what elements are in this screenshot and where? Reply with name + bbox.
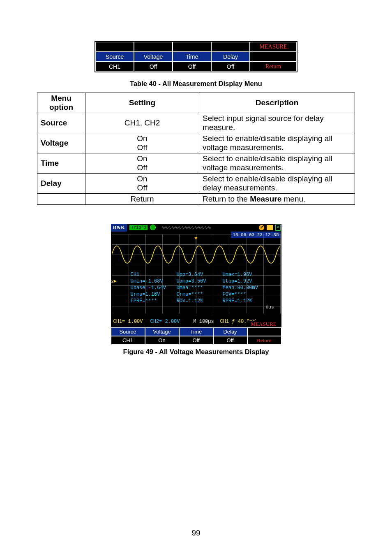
p-indicator-icon: P [259, 225, 264, 230]
blank-cell [173, 42, 211, 52]
figure-caption: Figure 49 - All Voltage Measurements Dis… [37, 348, 355, 356]
scope-status-bar: CH1= 1.00V CH2= 2.00V M 100µs CH1 ƒ 40.0… [111, 316, 281, 327]
measurement-readouts: Upp=3.64V Umax=1.96V Umin=-1.68V Uamp=3.… [131, 272, 272, 304]
col-header-time: Time [173, 52, 211, 62]
table-row: Source CH1, CH2 Select input signal sour… [37, 113, 355, 133]
col-header-voltage: Voltage [134, 52, 173, 62]
val-source: CH1 [95, 62, 134, 72]
waveform-trace [112, 237, 280, 272]
meas-value: Crms=**** [177, 292, 223, 297]
softkey-return: Return [247, 336, 281, 345]
brand-logo: B&K [111, 224, 127, 232]
table-row: Time OnOff Select to enable/disable disp… [37, 153, 355, 173]
measure-label: MEASURE [250, 42, 297, 52]
blank-cell [211, 42, 250, 52]
meas-value: Upp=3.64V [177, 272, 223, 278]
col-header-delay: Delay [211, 52, 250, 62]
ch1-scale: CH1= 1.00V [113, 319, 150, 325]
row-desc: Select input signal source for delay mea… [199, 113, 355, 133]
row-setting: OnOff [85, 153, 199, 173]
col-header-source: Source [95, 52, 134, 62]
val-voltage: Off [134, 62, 173, 72]
row-setting: OnOff [85, 173, 199, 193]
row-desc: Select to enable/disable displaying all … [199, 173, 355, 193]
storage-icon [267, 225, 273, 230]
softkey-header-delay: Delay [213, 327, 247, 336]
meas-value: Umin=-1.68V [131, 278, 177, 284]
table-row: Delay OnOff Select to enable/disable dis… [37, 173, 355, 193]
meas-value: Ubase=-1.64V [131, 285, 177, 291]
table-row: Voltage OnOff Select to enable/disable d… [37, 133, 355, 153]
val-delay: Off [211, 62, 250, 72]
row-setting: Return [85, 193, 199, 204]
meas-value: Urms=1.16V [131, 292, 177, 297]
meas-value: ROV=1.12% [177, 298, 223, 304]
row-setting: CH1, CH2 [85, 113, 199, 133]
ch2-scale: CH2= 2.00V [150, 319, 187, 325]
row-setting: OnOff [85, 133, 199, 153]
top-menu-figure: MEASURE Source Voltage Time Delay CH1 Of… [37, 41, 355, 72]
blank-cell [95, 42, 134, 52]
trigger-status: Trig'd [129, 225, 148, 230]
timebase: M 100µs [187, 319, 220, 325]
meas-value: Uamp=3.56V [177, 278, 223, 284]
table-row: Return Return to the Measure menu. [37, 193, 355, 204]
softkey-header-time: Time [179, 327, 213, 336]
cursor-time: 0µs [266, 305, 274, 310]
connection-icon: ⇄ [275, 225, 280, 231]
val-time: Off [173, 62, 211, 72]
measurement-menu-table: Menuoption Setting Description Source CH… [37, 93, 355, 205]
meas-value: FPRE=**** [131, 298, 177, 304]
blank-cell [134, 42, 173, 52]
scope-softkey-menu: Source Voltage Time Delay CH1 On Off Off… [111, 327, 281, 345]
meas-value: Mean=80.00mV [223, 285, 272, 291]
softkey-value-source: CH1 [111, 336, 145, 345]
return-label: Return [250, 62, 297, 72]
meas-value: Umea=**** [177, 285, 223, 291]
measure-mode-label: MEASURE [247, 321, 280, 327]
meas-value: Umax=1.96V [223, 272, 272, 278]
row-desc: Return to the Measure menu. [199, 193, 355, 204]
scope-display: 13-06-03 23:12:35 2► CH1 Upp=3.64V Umax=… [111, 232, 281, 316]
row-option: Voltage [37, 133, 85, 153]
row-desc: Select to enable/disable displaying all … [199, 153, 355, 173]
page-number: 99 [0, 529, 392, 538]
row-option: Source [37, 113, 85, 133]
softkey-header-voltage: Voltage [145, 327, 179, 336]
datetime-label: 13-06-03 23:12:35 [231, 232, 280, 238]
table-caption: Table 40 - All Measurement Display Menu [37, 80, 355, 88]
th-menu-option: Menuoption [37, 93, 85, 113]
th-setting: Setting [85, 93, 199, 113]
softkey-value-voltage: On [145, 336, 179, 345]
row-option: Time [37, 153, 85, 173]
meas-value: FOV=**** [223, 292, 272, 297]
waveform-preview-icon: ∿∿∿∿∿∿∿∿∿∿∿∿∿∿∿ [161, 225, 211, 230]
oscilloscope-screenshot: B&K Trig'd ∿∿∿∿∿∿∿∿∿∿∿∿∿∿∿ P ⇄ 13-06-03 … [111, 224, 281, 345]
meas-value: RPRE=1.12% [223, 298, 272, 304]
channel-marker: 2► [111, 279, 117, 284]
blank-cell [247, 327, 281, 336]
softkey-value-time: Off [179, 336, 213, 345]
softkey-value-delay: Off [213, 336, 247, 345]
row-option [37, 193, 85, 204]
run-indicator-icon [150, 225, 156, 230]
row-option: Delay [37, 173, 85, 193]
row-desc: Select to enable/disable displaying all … [199, 133, 355, 153]
meas-value: Utop=1.92V [223, 278, 272, 284]
th-description: Description [199, 93, 355, 113]
blank-cell [250, 52, 297, 62]
softkey-header-source: Source [111, 327, 145, 336]
svg-marker-1 [194, 237, 198, 240]
